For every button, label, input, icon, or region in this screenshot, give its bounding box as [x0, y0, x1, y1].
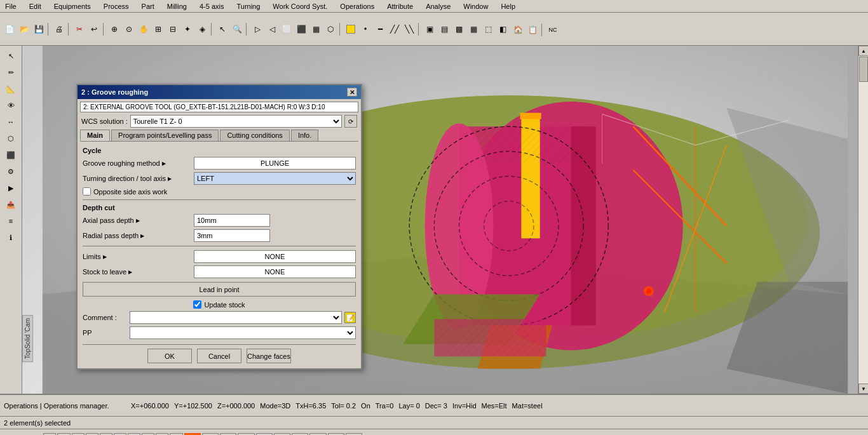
- wcs-button[interactable]: ⟳: [344, 115, 357, 128]
- tb-view5[interactable]: ▦: [309, 22, 323, 36]
- tb-zoom[interactable]: 🔍: [230, 22, 244, 36]
- scroll-down-btn[interactable]: ▼: [858, 384, 868, 394]
- menu-4-5-axis[interactable]: 4-5 axis: [197, 2, 227, 11]
- tab-9[interactable]: 9: [170, 433, 182, 436]
- tb-r3[interactable]: NC: [546, 23, 560, 37]
- sidebar-output[interactable]: 📤: [3, 197, 18, 212]
- tab-5[interactable]: 5: [114, 433, 126, 436]
- tb-hatch2[interactable]: ╲╲: [402, 22, 416, 36]
- menu-process[interactable]: Process: [101, 2, 132, 11]
- sidebar-layers[interactable]: ≡: [3, 213, 18, 229]
- tb-r1[interactable]: 🏠: [511, 23, 525, 37]
- sidebar-solid[interactable]: ⬛: [3, 147, 18, 163]
- tb-3d3[interactable]: ▩: [452, 22, 466, 36]
- tab-6[interactable]: 6: [128, 433, 140, 436]
- tb-hatch1[interactable]: ╱╱: [388, 22, 402, 36]
- tab-19[interactable]: 19: [346, 433, 362, 436]
- menu-window[interactable]: Window: [461, 2, 491, 11]
- tb-view6[interactable]: ⬡: [323, 22, 337, 36]
- update-stock-checkbox[interactable]: [193, 300, 201, 309]
- viewport[interactable]: X Y TopSolid 'Cam ▲ ▼ 2 : Groove roughin…: [22, 46, 868, 394]
- menu-milling[interactable]: Milling: [165, 2, 189, 11]
- tb-cut[interactable]: ✂: [72, 22, 86, 36]
- tab-main[interactable]: Main: [80, 130, 110, 141]
- sidebar-simulate[interactable]: ▶: [3, 180, 18, 196]
- menu-edit[interactable]: Edit: [27, 2, 44, 11]
- sidebar-properties[interactable]: ℹ: [3, 230, 18, 245]
- menu-analyse[interactable]: Analyse: [423, 2, 453, 11]
- tab-3[interactable]: 3: [86, 433, 98, 436]
- tb-snap[interactable]: ⊕: [107, 22, 121, 36]
- menu-work-coord[interactable]: Work Coord Syst.: [270, 2, 330, 11]
- tb-view2[interactable]: ◁: [265, 22, 279, 36]
- tab-14[interactable]: 14: [256, 433, 273, 436]
- tab-info[interactable]: Info.: [291, 130, 318, 141]
- tb-snap2[interactable]: ⊙: [122, 22, 136, 36]
- tb-snap6[interactable]: ✦: [180, 22, 194, 36]
- dialog-close-btn[interactable]: ✕: [347, 88, 357, 97]
- tab-program-points[interactable]: Program points/Levelling pass: [111, 130, 219, 141]
- scroll-thumb[interactable]: [859, 57, 868, 82]
- sidebar-measure[interactable]: 📐: [3, 81, 18, 97]
- tab-11[interactable]: 11: [202, 433, 219, 436]
- tb-select[interactable]: ↖: [215, 22, 229, 36]
- tb-new[interactable]: 📄: [3, 22, 17, 36]
- tb-view4[interactable]: ⬛: [294, 22, 308, 36]
- tab-2[interactable]: 2: [72, 433, 85, 436]
- tab-7[interactable]: 7: [142, 433, 154, 436]
- tb-view3[interactable]: ⬜: [280, 22, 294, 36]
- tb-3d4[interactable]: ▦: [466, 22, 480, 36]
- tab-13[interactable]: 13: [238, 433, 254, 436]
- tb-print[interactable]: 🖨: [52, 22, 66, 36]
- tb-disk[interactable]: 💾: [32, 22, 46, 36]
- tb-snap3[interactable]: ✋: [137, 22, 151, 36]
- tb-line[interactable]: ━: [373, 22, 387, 36]
- stock-input[interactable]: [194, 265, 356, 278]
- radial-pass-input[interactable]: [194, 229, 270, 242]
- comment-select[interactable]: [130, 311, 342, 324]
- tb-snap7[interactable]: ◈: [195, 22, 209, 36]
- tb-color[interactable]: [344, 22, 358, 36]
- tb-3d2[interactable]: ▤: [437, 22, 451, 36]
- menu-part[interactable]: Part: [139, 2, 157, 11]
- tb-3d6[interactable]: ◧: [496, 22, 510, 36]
- sidebar-transform[interactable]: ↔: [3, 114, 18, 130]
- menu-file[interactable]: File: [3, 2, 19, 11]
- change-faces-button[interactable]: Change faces: [247, 349, 291, 363]
- tb-r2[interactable]: 📋: [526, 23, 539, 37]
- tb-open[interactable]: 📂: [17, 22, 31, 36]
- sidebar-cam[interactable]: ⚙: [3, 164, 18, 179]
- turning-direction-select[interactable]: LEFTRIGHT: [194, 172, 356, 185]
- tab-0[interactable]: 0: [43, 433, 56, 436]
- tb-3d1[interactable]: ▣: [423, 22, 437, 36]
- scroll-up-btn[interactable]: ▲: [858, 46, 868, 56]
- sidebar-geometry[interactable]: ⬡: [3, 131, 18, 146]
- menu-attribute[interactable]: Attribute: [384, 2, 416, 11]
- pp-select[interactable]: [130, 326, 356, 339]
- tab-cutting-conditions[interactable]: Cutting conditions: [220, 130, 289, 141]
- scroll-track[interactable]: [858, 56, 868, 384]
- axial-pass-input[interactable]: [194, 214, 270, 227]
- tb-dot[interactable]: •: [358, 22, 372, 36]
- tab-17[interactable]: 17: [309, 433, 326, 436]
- groove-method-input[interactable]: [194, 157, 356, 170]
- cancel-button[interactable]: Cancel: [197, 349, 241, 363]
- tab-12[interactable]: 12: [220, 433, 236, 436]
- menu-help[interactable]: Help: [498, 2, 518, 11]
- sidebar-view[interactable]: 👁: [3, 98, 18, 113]
- tb-snap5[interactable]: ⊟: [166, 22, 180, 36]
- tb-3d5[interactable]: ⬚: [481, 22, 495, 36]
- vertical-scrollbar[interactable]: ▲ ▼: [858, 46, 868, 394]
- dialog-titlebar[interactable]: 2 : Groove roughing ✕: [78, 85, 361, 99]
- tab-10[interactable]: 10: [184, 433, 201, 436]
- tb-view1[interactable]: ▷: [250, 22, 264, 36]
- comment-icon-btn[interactable]: 📝: [344, 312, 356, 323]
- tb-snap4[interactable]: ⊞: [151, 22, 165, 36]
- menu-turning[interactable]: Turning: [234, 2, 262, 11]
- tb-undo[interactable]: ↩: [87, 22, 101, 36]
- tab-8[interactable]: 8: [156, 433, 168, 436]
- tab-15[interactable]: 15: [274, 433, 290, 436]
- ok-button[interactable]: OK: [147, 349, 192, 363]
- opposite-side-checkbox[interactable]: [83, 187, 91, 196]
- tab-4[interactable]: 4: [100, 433, 112, 436]
